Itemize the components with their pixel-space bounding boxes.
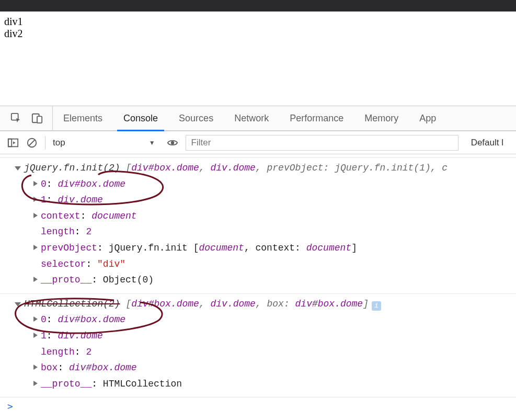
header-sep: , — [199, 296, 211, 312]
svg-rect-2 — [37, 116, 42, 123]
property-row[interactable]: 0: div#box.dome — [0, 312, 516, 328]
tab-elements[interactable]: Elements — [53, 106, 113, 130]
prop-val: HTMLCollection — [103, 376, 182, 392]
prop-val: div#box.dome — [69, 360, 137, 376]
property-row[interactable]: box: div#box.dome — [0, 360, 516, 376]
header-elem-2: div#box.dome — [295, 296, 363, 312]
property-row[interactable]: __proto__: Object(0) — [0, 272, 516, 288]
prop-val: Object(0) — [103, 272, 154, 288]
prompt-chevron-icon: > — [7, 401, 13, 412]
info-icon[interactable]: i — [372, 301, 381, 311]
prop-val: div.dome — [58, 328, 102, 344]
expand-toggle-icon[interactable] — [15, 166, 21, 171]
prop-val: div.dome — [58, 192, 102, 208]
console-toolbar: top ▼ Default l — [0, 131, 516, 154]
prop-key: 1 — [41, 328, 47, 344]
property-row[interactable]: 1: div.dome — [0, 328, 516, 344]
prop-val: div#box.dome — [58, 176, 125, 192]
clear-console-icon[interactable] — [26, 137, 38, 149]
header-rest: , prevObject: jQuery.fn.init(1), c — [256, 160, 448, 176]
console-prompt[interactable]: > — [0, 398, 516, 415]
console-output: jQuery.fn.init(2) [ div#box.dome , div.d… — [0, 154, 516, 398]
property-row[interactable]: 0: div#box.dome — [0, 176, 516, 192]
prop-key: box — [41, 360, 58, 376]
header-elem-1: div.dome — [210, 160, 255, 176]
prop-val: "div" — [97, 256, 125, 273]
tab-sources[interactable]: Sources — [168, 106, 224, 130]
property-row[interactable]: length: 2 — [0, 224, 516, 240]
header-close: ] — [363, 296, 369, 312]
context-label: top — [53, 138, 65, 148]
page-viewport: div1 div2 — [0, 12, 516, 106]
prop-key: __proto__ — [41, 376, 91, 392]
svg-point-7 — [170, 141, 174, 144]
device-toggle-icon[interactable] — [31, 112, 43, 124]
header-sep2: , box: — [256, 296, 295, 312]
prop-key: context — [41, 208, 81, 224]
tab-application[interactable]: App — [409, 106, 446, 130]
toolbar-separator — [45, 136, 45, 150]
filter-input[interactable] — [186, 135, 458, 151]
prop-val: 2 — [86, 224, 91, 240]
sidebar-toggle-icon[interactable] — [7, 137, 19, 149]
header-elem-1: div.dome — [210, 296, 255, 312]
tab-console[interactable]: Console — [113, 106, 168, 130]
inspect-icon[interactable] — [10, 112, 22, 124]
devtools-left-icons — [0, 106, 53, 130]
log-entry-htmlcollection: HTMLCollection(2) [ div#box.dome , div.d… — [0, 294, 516, 398]
page-text-div2: div2 — [4, 28, 512, 40]
property-row[interactable]: length: 2 — [0, 344, 516, 360]
tab-network[interactable]: Network — [224, 106, 279, 130]
level-selector[interactable]: Default l — [466, 138, 509, 148]
svg-rect-4 — [8, 139, 12, 146]
object-type: HTMLCollection(2) — [24, 296, 120, 312]
svg-line-6 — [29, 140, 35, 145]
property-row[interactable]: __proto__: HTMLCollection — [0, 376, 516, 392]
tab-memory[interactable]: Memory — [354, 106, 409, 130]
log-entry-jquery: jQuery.fn.init(2) [ div#box.dome , div.d… — [0, 157, 516, 294]
tab-performance[interactable]: Performance — [279, 106, 354, 130]
page-text-div1: div1 — [4, 16, 512, 28]
property-row[interactable]: selector: "div" — [0, 256, 516, 273]
devtools-panel: Elements Console Sources Network Perform… — [0, 106, 516, 415]
context-selector[interactable]: top ▼ — [53, 138, 159, 148]
prop-key: length — [41, 224, 75, 240]
chevron-down-icon: ▼ — [149, 139, 155, 146]
property-row[interactable]: prevObject: jQuery.fn.init [document, co… — [0, 240, 516, 256]
prop-key: length — [41, 344, 75, 360]
prop-val: document — [91, 208, 136, 224]
header-elem-0: div#box.dome — [131, 160, 199, 176]
header-open: [ — [120, 296, 132, 312]
devtools-tabs: Elements Console Sources Network Perform… — [0, 106, 516, 131]
header-elem-0: div#box.dome — [131, 296, 199, 312]
live-expression-icon[interactable] — [167, 137, 178, 149]
prop-key: 0 — [41, 176, 47, 192]
prop-key: __proto__ — [41, 272, 91, 288]
prop-key: 1 — [41, 192, 47, 208]
property-row[interactable]: 1: div.dome — [0, 192, 516, 208]
prop-key: prevObject — [41, 240, 97, 256]
property-row[interactable]: context: document — [0, 208, 516, 224]
header-open: [ — [120, 160, 132, 176]
object-type: jQuery.fn.init(2) — [24, 160, 120, 176]
expand-toggle-icon[interactable] — [15, 302, 21, 307]
log-header[interactable]: HTMLCollection(2) [ div#box.dome , div.d… — [0, 296, 516, 312]
prop-key: selector — [41, 256, 86, 273]
prop-key: 0 — [41, 312, 47, 328]
log-header[interactable]: jQuery.fn.init(2) [ div#box.dome , div.d… — [0, 160, 516, 176]
prop-val: 2 — [86, 344, 91, 360]
header-sep: , — [199, 160, 211, 176]
prop-val: div#box.dome — [58, 312, 125, 328]
browser-chrome-top — [0, 0, 516, 12]
